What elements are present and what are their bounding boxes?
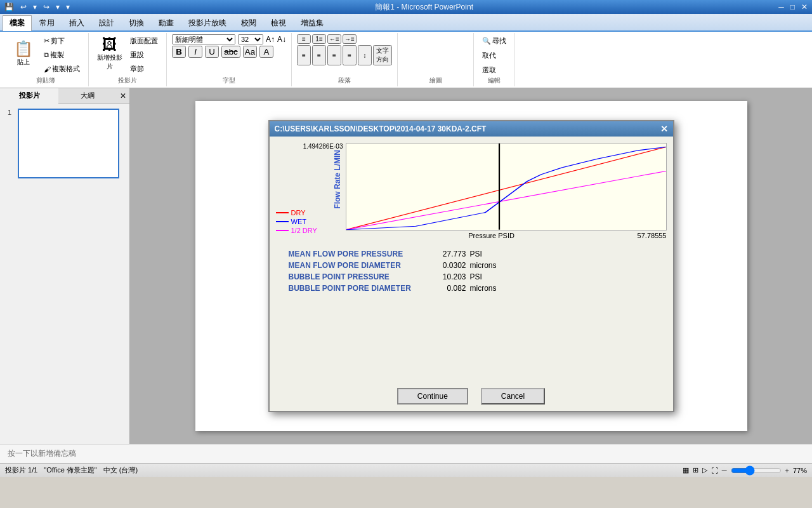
char-spacing-button[interactable]: Aa (243, 46, 257, 58)
tab-addins[interactable]: 增益集 (294, 15, 331, 30)
clipboard-sub-buttons: ✂ 剪下 ⧉ 複製 🖌 複製格式 (41, 34, 83, 76)
slides-sub-buttons: 版面配置 重設 章節 (127, 34, 161, 76)
cut-button[interactable]: ✂ 剪下 (41, 34, 83, 48)
minimize-button[interactable]: ─ (776, 2, 786, 12)
tab-transitions[interactable]: 切換 (122, 15, 151, 30)
layout-button[interactable]: 版面配置 (127, 34, 161, 48)
replace-button[interactable]: 取代 (479, 49, 499, 62)
tab-file[interactable]: 檔案 (3, 15, 32, 31)
paragraph-label: 段落 (292, 76, 397, 85)
chart-svg (346, 144, 666, 230)
font-label: 字型 (167, 76, 291, 85)
indent-increase[interactable]: →≡ (343, 34, 357, 44)
legend-half-dry-color (276, 230, 289, 231)
italic-button[interactable]: I (188, 46, 202, 58)
dialog-overlay: C:\USERS\KARLSSON\DESKTOP\2014-04-17 30K… (195, 101, 747, 431)
ribbon-group-clipboard: 📋 貼上 ✂ 剪下 ⧉ 複製 🖌 複製格式 (3, 33, 89, 86)
save-button[interactable]: 💾 (3, 2, 16, 12)
stat-value-0: 27.773 (428, 250, 466, 258)
align-center[interactable]: ≡ (312, 45, 326, 65)
ribbon-content: 📋 貼上 ✂ 剪下 ⧉ 複製 🖌 複製格式 (0, 30, 812, 88)
section-button[interactable]: 章節 (127, 62, 161, 76)
view-slideshow-button[interactable]: ⛶ (711, 467, 718, 474)
align-left[interactable]: ≡ (297, 45, 311, 65)
tab-insert[interactable]: 插入 (62, 15, 91, 30)
stat-row-2: BUBBLE POINT PRESSURE 10.203 PSI (289, 272, 654, 281)
font-size-select[interactable]: 32 (238, 34, 263, 44)
status-right: ▦ ⊞ ▷ ⛶ ─ + 77% (683, 465, 807, 476)
chart-container: 1.494286E-03 Flow Rate L/MIN (276, 143, 667, 241)
stat-label-3: BUBBLE POINT PORE DIAMETER (289, 284, 428, 293)
stat-unit-3: microns (470, 284, 497, 293)
reset-button[interactable]: 重設 (127, 48, 161, 62)
bold-button[interactable]: B (172, 46, 186, 58)
strikethrough-button[interactable]: abc (221, 46, 240, 58)
tab-slideshow[interactable]: 投影片放映 (181, 15, 233, 30)
slide-thumbnail-1[interactable] (18, 109, 119, 178)
legend-dry: DRY (276, 209, 342, 217)
font-size-decrease[interactable]: A↓ (277, 35, 286, 44)
undo-button[interactable]: ↩ (18, 2, 29, 12)
undo-dropdown[interactable]: ▾ (31, 2, 39, 12)
numbering-button[interactable]: 1≡ (312, 34, 326, 44)
zoom-level: 77% (793, 467, 807, 474)
chart-plot (346, 143, 667, 231)
notes-bar[interactable]: 按一下以新增備忘稿 (0, 444, 812, 463)
dialog-close-button[interactable]: ✕ (660, 124, 668, 134)
maximize-button[interactable]: □ (789, 2, 797, 12)
continue-button[interactable]: Continue (397, 388, 468, 404)
view-sorter-button[interactable]: ⊞ (693, 466, 698, 474)
align-right[interactable]: ≡ (327, 45, 341, 65)
indent-decrease[interactable]: ←≡ (327, 34, 341, 44)
stat-label-2: BUBBLE POINT PRESSURE (289, 272, 428, 281)
font-family-select[interactable]: 新細明體 (172, 34, 235, 44)
redo-button[interactable]: ↪ (41, 2, 51, 12)
tab-animations[interactable]: 動畫 (152, 15, 181, 30)
redo-dropdown[interactable]: ▾ (54, 2, 62, 12)
close-button[interactable]: ✕ (799, 2, 809, 12)
cancel-button[interactable]: Cancel (481, 388, 545, 404)
stat-row-3: BUBBLE POINT PORE DIAMETER 0.082 microns (289, 284, 654, 293)
stat-row-0: MEAN FLOW PORE PRESSURE 27.773 PSI (289, 250, 654, 258)
x-axis-label: Pressure PSID (346, 232, 638, 239)
status-left: 投影片 1/1 "Office 佈景主題" 中文 (台灣) (5, 465, 138, 475)
tab-outline[interactable]: 大綱 (58, 88, 117, 104)
tab-home[interactable]: 常用 (32, 15, 62, 30)
slide-panel: 投影片 大綱 ✕ 1 (0, 88, 130, 444)
view-normal-button[interactable]: ▦ (683, 466, 689, 474)
paste-icon: 📋 (14, 40, 33, 58)
stat-label-1: MEAN FLOW PORE DIAMETER (289, 261, 428, 270)
ribbon-group-paragraph: ≡ 1≡ ←≡ →≡ ≡ ≡ ≡ ≡ ↕ 文字方向 段落 (292, 33, 398, 86)
paste-button[interactable]: 📋 貼上 (8, 34, 39, 72)
new-slide-button[interactable]: 🖼 新增投影片 (94, 34, 126, 72)
panel-close-button[interactable]: ✕ (117, 88, 129, 104)
quick-access-more[interactable]: ▾ (64, 2, 72, 12)
font-size-increase[interactable]: A↑ (266, 35, 275, 44)
find-icon: 🔍 (482, 37, 491, 45)
cut-icon: ✂ (44, 37, 49, 45)
tab-review[interactable]: 校閱 (234, 15, 263, 30)
tab-design[interactable]: 設計 (92, 15, 121, 30)
zoom-out-button[interactable]: ─ (722, 467, 727, 474)
justify[interactable]: ≡ (343, 45, 357, 65)
main-container: 投影片 大綱 ✕ 1 C:\USERS\KARLSSON\DESKTOP\201… (0, 88, 812, 444)
zoom-slider[interactable] (731, 465, 782, 476)
copy-button[interactable]: ⧉ 複製 (41, 48, 83, 62)
case-button[interactable]: A (259, 46, 273, 58)
legend-dry-color (276, 212, 289, 213)
underline-button[interactable]: U (205, 46, 219, 58)
canvas-area[interactable]: C:\USERS\KARLSSON\DESKTOP\2014-04-17 30K… (130, 88, 812, 444)
tab-slides[interactable]: 投影片 (0, 88, 58, 104)
text-direction[interactable]: 文字方向 (373, 45, 392, 65)
view-reading-button[interactable]: ▷ (702, 466, 707, 474)
bullets-button[interactable]: ≡ (297, 34, 311, 44)
tab-view[interactable]: 檢視 (264, 15, 293, 30)
line-spacing[interactable]: ↕ (358, 45, 372, 65)
select-button[interactable]: 選取 (479, 64, 499, 77)
format-painter-button[interactable]: 🖌 複製格式 (41, 62, 83, 76)
ribbon-group-slides: 🖼 新增投影片 版面配置 重設 章節 投影片 (89, 33, 167, 86)
y-label-container: Flow Rate L/MIN (276, 150, 346, 209)
find-button[interactable]: 🔍 尋找 (479, 34, 509, 48)
zoom-in-button[interactable]: + (785, 467, 789, 474)
language: 中文 (台灣) (103, 465, 138, 475)
